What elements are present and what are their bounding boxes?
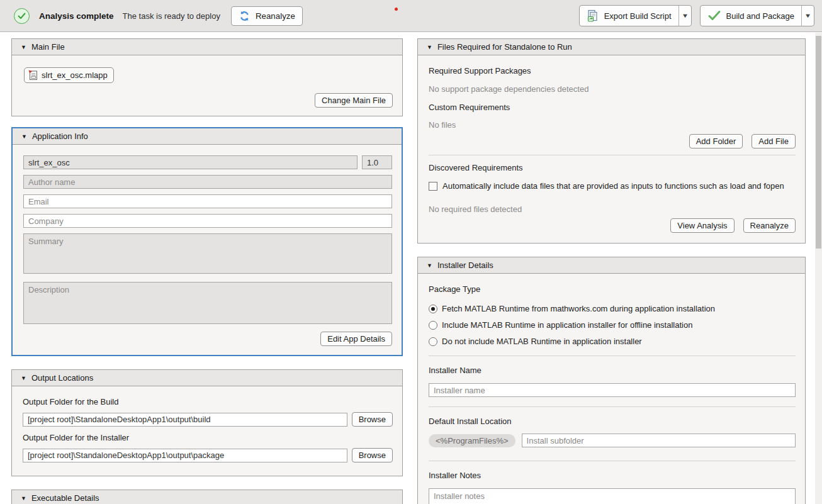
executable-details-section: Executable Details Executable Name (11, 490, 403, 504)
reanalyze-label: Reanalyze (256, 11, 295, 21)
browse-installer-folder-button[interactable]: Browse (352, 448, 393, 462)
build-and-package-label: Build and Package (726, 11, 794, 21)
export-dropdown-arrow-icon[interactable] (678, 6, 691, 26)
export-build-script-button[interactable]: Export Build Script (579, 5, 692, 26)
discovered-requirements-label: Discovered Requirements (429, 163, 796, 172)
author-name-field[interactable] (23, 175, 392, 189)
reanalyze-section-button[interactable]: Reanalyze (743, 218, 796, 233)
radio-button-icon (429, 321, 437, 330)
installer-name-label: Installer Name (429, 366, 796, 375)
recording-indicator-dot (395, 8, 398, 11)
radio-include-runtime-label: Include MATLAB Runtime in application in… (442, 320, 692, 330)
app-version-field[interactable] (362, 155, 392, 169)
application-info-header-label: Application Info (32, 132, 88, 141)
top-toolbar: Analysis complete The task is ready to d… (0, 0, 822, 32)
radio-fetch-runtime-label: Fetch MATLAB Runtime from mathworks.com … (442, 304, 715, 313)
build-folder-label: Output Folder for the Build (23, 397, 393, 406)
vertical-scrollbar[interactable] (815, 33, 822, 504)
section-divider (429, 461, 796, 461)
view-analysis-button[interactable]: View Analysis (670, 218, 734, 233)
app-name-field[interactable] (23, 155, 358, 169)
mlapp-file-icon (28, 70, 38, 81)
auto-include-checkbox[interactable] (429, 182, 437, 191)
add-folder-button[interactable]: Add Folder (689, 134, 743, 148)
status-subtitle: The task is ready to deploy (123, 11, 220, 21)
right-column: Files Required for Standalone to Run Req… (417, 38, 806, 504)
build-check-icon (707, 10, 721, 21)
export-script-icon (587, 9, 599, 22)
summary-field[interactable] (23, 233, 392, 274)
program-files-chip: <%ProgramFiles%> (429, 434, 515, 447)
executable-details-header-label: Executable Details (31, 493, 99, 503)
left-column: Main File slrt_ex_osc.mlapp Change Main … (11, 38, 403, 504)
main-file-chip-label: slrt_ex_osc.mlapp (42, 70, 108, 80)
executable-details-header[interactable]: Executable Details (12, 490, 402, 504)
collapse-triangle-icon (21, 44, 26, 50)
scrollbar-thumb[interactable] (816, 36, 821, 249)
main-file-section: Main File slrt_ex_osc.mlapp Change Main … (11, 38, 403, 116)
email-field[interactable] (23, 194, 392, 208)
export-build-script-label: Export Build Script (604, 11, 672, 21)
application-info-header[interactable]: Application Info (13, 128, 402, 145)
default-install-location-label: Default Install Location (429, 417, 796, 426)
add-file-button[interactable]: Add File (752, 134, 796, 148)
collapse-triangle-icon (427, 44, 432, 50)
section-divider (429, 356, 796, 356)
company-field[interactable] (23, 214, 392, 228)
installer-folder-label: Output Folder for the Installer (23, 433, 393, 442)
support-packages-status: No support package dependencies detected (429, 84, 796, 94)
installer-details-section: Installer Details Package Type Fetch MAT… (417, 257, 806, 504)
output-locations-header-label: Output Locations (31, 373, 93, 383)
edit-app-details-button[interactable]: Edit App Details (320, 332, 392, 346)
collapse-triangle-icon (21, 133, 27, 140)
section-divider (429, 406, 796, 407)
radio-no-runtime-label: Do not include MATLAB Runtime in applica… (442, 337, 642, 346)
installer-folder-input[interactable] (23, 449, 347, 462)
installer-name-input[interactable] (429, 383, 796, 397)
browse-build-folder-button[interactable]: Browse (352, 412, 393, 427)
main-file-header-label: Main File (31, 42, 65, 52)
main-file-chip[interactable]: slrt_ex_osc.mlapp (24, 67, 114, 83)
installer-notes-label: Installer Notes (429, 471, 796, 480)
reanalyze-toolbar-button[interactable]: Reanalyze (231, 6, 303, 26)
required-support-packages-label: Required Support Packages (429, 66, 796, 76)
installer-details-header-label: Installer Details (437, 260, 493, 270)
radio-include-runtime[interactable]: Include MATLAB Runtime in application in… (429, 320, 796, 330)
radio-no-runtime[interactable]: Do not include MATLAB Runtime in applica… (429, 337, 796, 346)
package-type-label: Package Type (429, 284, 796, 294)
files-required-section: Files Required for Standalone to Run Req… (417, 38, 806, 244)
radio-button-icon (429, 337, 437, 346)
description-field[interactable] (23, 282, 392, 324)
main-file-header[interactable]: Main File (12, 39, 402, 55)
build-folder-input[interactable] (23, 413, 347, 427)
build-dropdown-arrow-icon[interactable] (801, 6, 814, 26)
files-required-header[interactable]: Files Required for Standalone to Run (418, 39, 805, 55)
discovered-status: No required files detected (429, 204, 796, 214)
auto-include-checkbox-label: Automatically include data files that ar… (442, 181, 784, 191)
status-title: Analysis complete (39, 11, 114, 21)
radio-fetch-runtime[interactable]: Fetch MATLAB Runtime from mathworks.com … (429, 304, 796, 313)
installer-details-header[interactable]: Installer Details (418, 257, 805, 274)
radio-button-icon (429, 305, 437, 313)
analysis-success-icon (14, 8, 30, 24)
output-locations-section: Output Locations Output Folder for the B… (11, 369, 403, 476)
install-subfolder-input[interactable] (522, 434, 796, 447)
build-and-package-button[interactable]: Build and Package (700, 5, 814, 26)
installer-notes-field[interactable] (429, 488, 796, 504)
collapse-triangle-icon (427, 262, 432, 269)
refresh-icon (239, 10, 251, 22)
files-required-header-label: Files Required for Standalone to Run (437, 42, 572, 52)
output-locations-header[interactable]: Output Locations (12, 370, 402, 386)
collapse-triangle-icon (21, 375, 26, 381)
collapse-triangle-icon (21, 495, 26, 501)
application-info-section: Application Info Edit App Details (11, 127, 403, 356)
change-main-file-button[interactable]: Change Main File (315, 93, 393, 108)
custom-requirements-status: No files (429, 120, 796, 130)
section-divider (429, 155, 796, 155)
custom-requirements-label: Custom Requirements (429, 103, 796, 112)
